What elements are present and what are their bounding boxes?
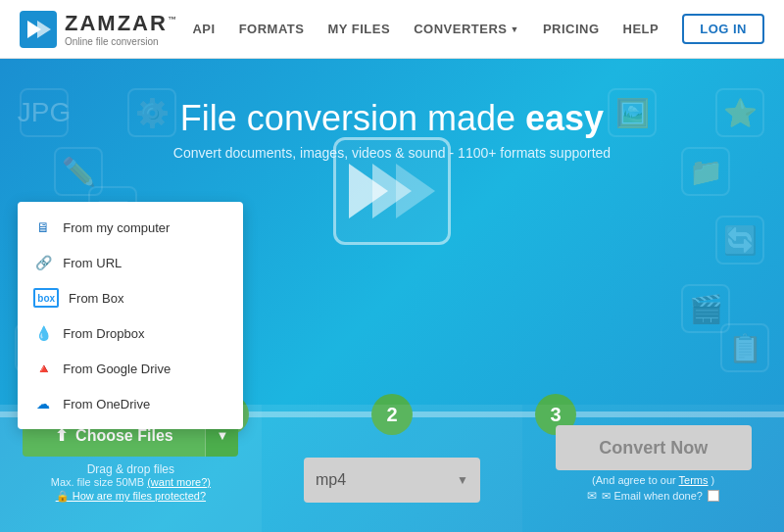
- arrow-3-icon: [396, 164, 435, 218]
- logo-sub: Online file conversion: [65, 36, 178, 47]
- nav-pricing[interactable]: PRICING: [543, 22, 600, 36]
- logo-text: ZAMZAR™ Online file conversion: [65, 11, 178, 47]
- onedrive-icon: ☁: [33, 394, 53, 413]
- computer-icon: 🖥: [33, 218, 53, 237]
- nav-api[interactable]: API: [192, 22, 215, 36]
- google-drive-icon: 🔺: [33, 359, 53, 378]
- file-size-text: Max. file size 50MB (want more?): [51, 476, 211, 488]
- bg-icon-jpg: JPG: [20, 88, 69, 137]
- converter-widget: 🖥 From my computer 🔗 From URL box From B…: [0, 405, 784, 532]
- hero-section: JPG ✏️ 📄 🎵 ▶️ ⚙️ ➤ ✉️ 🖼️ 📁 🔄 🎬 📋 ⭐ File …: [0, 59, 784, 532]
- bg-icon-star: ⭐: [715, 88, 764, 137]
- header: ZAMZAR™ Online file conversion API FORMA…: [0, 0, 784, 59]
- hero-subtitle: Convert documents, images, videos & soun…: [173, 145, 611, 161]
- main-nav: API FORMATS MY FILES CONVERTERS ▼ PRICIN…: [192, 14, 764, 44]
- bg-icon-refresh: 🔄: [715, 216, 764, 265]
- dropdown-from-google-drive[interactable]: 🔺 From Google Drive: [18, 351, 243, 386]
- nav-my-files[interactable]: MY FILES: [327, 22, 390, 36]
- dropbox-icon: 💧: [33, 323, 53, 343]
- convert-now-button[interactable]: Convert Now: [556, 425, 752, 470]
- email-icon: ✉: [587, 489, 597, 503]
- dropdown-from-computer[interactable]: 🖥 From my computer: [18, 210, 243, 245]
- email-label: ✉ Email when done?: [602, 490, 703, 503]
- dropdown-from-onedrive[interactable]: ☁ From OneDrive: [18, 386, 243, 421]
- format-select[interactable]: mp4 ▼: [304, 458, 480, 503]
- logo-name: ZAMZAR™: [65, 11, 178, 36]
- bg-icon-img: 🖼️: [608, 88, 657, 137]
- bg-icon-folder: 📁: [681, 147, 730, 196]
- url-icon: 🔗: [33, 253, 53, 272]
- format-caret-icon: ▼: [457, 473, 468, 487]
- login-button[interactable]: LOG IN: [682, 14, 764, 44]
- choose-caret-icon: ▼: [216, 428, 228, 443]
- step3-area: Convert Now (And agree to our Terms ) ✉ …: [522, 405, 784, 532]
- email-when-done-checkbox[interactable]: [708, 490, 719, 502]
- step1-area: 🖥 From my computer 🔗 From URL box From B…: [0, 405, 262, 532]
- file-protection-link[interactable]: 🔒 How are my files protected?: [56, 490, 206, 502]
- agree-text: (And agree to our Terms ): [592, 474, 714, 486]
- want-more-link[interactable]: (want more?): [147, 476, 211, 488]
- bg-icon-video2: 🎬: [681, 284, 730, 333]
- dropdown-from-url[interactable]: 🔗 From URL: [18, 245, 243, 280]
- step2-area: mp4 ▼: [262, 405, 523, 532]
- nav-help[interactable]: HELP: [623, 22, 660, 36]
- nav-converters[interactable]: CONVERTERS ▼: [414, 22, 519, 36]
- nav-formats[interactable]: FORMATS: [239, 22, 305, 36]
- logo-area: ZAMZAR™ Online file conversion: [20, 11, 178, 48]
- terms-link[interactable]: Terms: [679, 474, 709, 486]
- box-icon: box: [33, 288, 59, 308]
- logo-icon: [20, 11, 57, 48]
- hero-title: File conversion made easy: [180, 98, 604, 139]
- bg-icon-pencil: ✏️: [54, 147, 103, 196]
- bg-icon-copy: 📋: [720, 323, 769, 372]
- dropdown-from-box[interactable]: box From Box: [18, 280, 243, 315]
- bg-icon-gear: ⚙️: [127, 88, 176, 137]
- dropdown-from-dropbox[interactable]: 💧 From Dropbox: [18, 315, 243, 351]
- format-value: mp4: [316, 471, 346, 489]
- file-source-dropdown: 🖥 From my computer 🔗 From URL box From B…: [18, 202, 243, 429]
- protected-text: 🔒 How are my files protected?: [56, 490, 206, 503]
- email-checkbox-row: ✉ ✉ Email when done?: [587, 489, 719, 503]
- drag-drop-text: Drag & drop files: [87, 462, 174, 476]
- converters-caret-icon: ▼: [510, 24, 518, 34]
